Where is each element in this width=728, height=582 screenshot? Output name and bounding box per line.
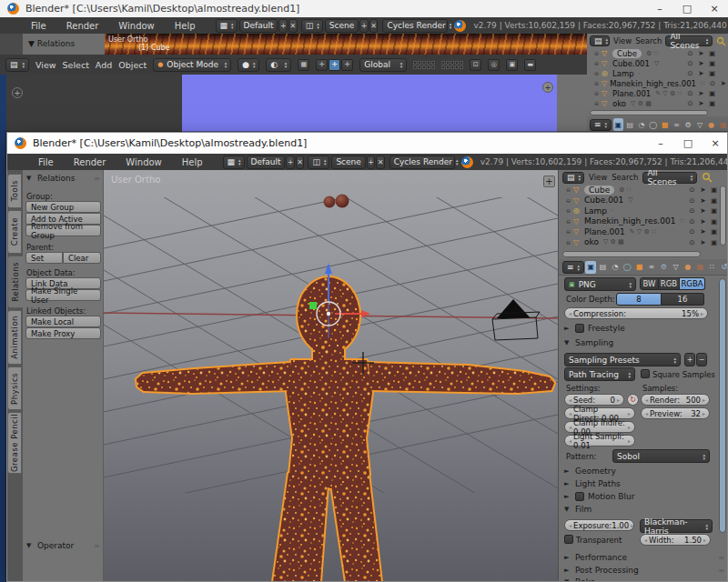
expand-region-button[interactable]: +	[543, 176, 555, 187]
tab-render-layers[interactable]: ▤	[597, 261, 608, 274]
tab-physics[interactable]: ↺	[719, 261, 728, 274]
properties-context-select[interactable]: ≡	[562, 261, 584, 274]
search-icon[interactable]	[716, 36, 726, 46]
object-menu[interactable]: Object	[118, 60, 147, 70]
depth-16-toggle[interactable]: 16	[662, 293, 704, 306]
outliner-row[interactable]: ⊖▽oko▽ ⚙ ▩⊙➤▣	[587, 98, 728, 108]
menu-render[interactable]: Render	[66, 21, 99, 31]
tab-texture[interactable]: ▦	[718, 118, 728, 131]
film-panel-header[interactable]: ▼Film≡	[564, 505, 724, 514]
scene-icon[interactable]: ◫	[308, 156, 329, 169]
add-layout-button[interactable]: +	[286, 156, 294, 169]
editor-type-select[interactable]: ▤	[562, 172, 584, 184]
menu-help[interactable]: Help	[182, 157, 203, 167]
light-paths-panel-header[interactable]: ►Light Paths≡	[564, 479, 724, 488]
panel-drag-icon[interactable]: ≡	[718, 567, 724, 575]
maximize-button[interactable]: □	[673, 0, 701, 17]
tab-tools[interactable]: Tools	[7, 174, 22, 208]
tab-modifiers[interactable]: ⚙	[683, 118, 693, 131]
remove-from-group-button[interactable]: Remove from Group	[25, 225, 101, 236]
mode-select[interactable]: ●Object Mode	[153, 58, 231, 72]
back-titlebar[interactable]: Blender* [C:\Users\Kamil\Desktop\almostr…	[0, 0, 728, 17]
menu-help[interactable]: Help	[175, 21, 196, 31]
tab-scene[interactable]: ◔	[610, 261, 621, 274]
outliner-row[interactable]: ⊖▽Cube.001▽⊙➤▣	[587, 58, 728, 68]
minimize-button[interactable]: –	[646, 0, 673, 17]
geometry-panel-header[interactable]: ►Geometry≡	[564, 467, 724, 476]
back-viewport-top[interactable]: User Ortho (1) Cube	[105, 34, 587, 55]
add-scene-button[interactable]: +	[367, 156, 375, 169]
remove-scene-button[interactable]: ✕	[369, 19, 379, 33]
close-button[interactable]: ×	[702, 133, 728, 154]
outliner-row[interactable]: ⊖▽Manekin_high_res.001∷⊙➤▣	[587, 78, 728, 88]
outliner-row[interactable]: ⊖▽Cube⚙ ∷⊙➤▣	[559, 185, 728, 196]
outliner-search-menu[interactable]: Search	[612, 173, 638, 182]
remove-layout-button[interactable]: ✕	[296, 156, 304, 169]
tab-scene[interactable]: ◔	[637, 118, 647, 131]
relations-panel-header[interactable]: ▼ Relations	[28, 39, 75, 48]
outliner-row[interactable]: ⊖▽oko▽ ⚙ ▩⊙➤▣	[559, 237, 728, 248]
outliner-row[interactable]: ⊖▽Cube.001▽⊙➤▣	[559, 196, 728, 206]
back-viewport-blue[interactable]: +	[182, 75, 557, 132]
make-single-user-button[interactable]: Make Single User	[25, 289, 101, 301]
motion-blur-panel-header[interactable]: ►Motion Blur≡	[564, 492, 724, 501]
color-depth-toggle[interactable]: 8 16	[616, 293, 704, 306]
light-sampling-field[interactable]: Light Sampli: 0.01	[564, 435, 635, 447]
close-button[interactable]: ×	[701, 0, 728, 17]
manipulator-translate-icon[interactable]: ✛	[316, 59, 328, 71]
outliner-view-menu[interactable]: View	[613, 36, 632, 45]
file-format-select[interactable]: ▣PNG	[564, 277, 636, 291]
tab-physics[interactable]: Physics	[7, 366, 22, 410]
make-local-button[interactable]: Make Local	[25, 316, 101, 327]
remove-scene-button[interactable]: ✕	[376, 156, 384, 169]
menu-window[interactable]: Window	[126, 157, 161, 167]
outliner-hscrollbar[interactable]	[562, 251, 701, 257]
tab-data[interactable]: ▽	[670, 261, 681, 274]
outliner-row[interactable]: ⊖▽Cube⚙ ∷⊙➤▣	[587, 48, 728, 58]
expand-panel-button[interactable]: +	[12, 87, 23, 98]
tab-constraints[interactable]: ∞	[672, 118, 682, 131]
motion-blur-checkbox[interactable]	[575, 492, 584, 501]
color-mode-toggle[interactable]: BW RGB RGBA	[640, 277, 705, 290]
view-menu[interactable]: View	[35, 60, 56, 70]
transparent-checkbox[interactable]	[564, 535, 573, 544]
tab-material[interactable]: ●	[682, 261, 693, 274]
tab-render[interactable]: ▣	[585, 261, 596, 274]
outliner-vscrollbar[interactable]	[720, 186, 726, 246]
manipulator-scale-icon[interactable]: ✛	[341, 59, 353, 71]
editor-type-select[interactable]: ▤	[590, 35, 610, 46]
maximize-button[interactable]: □	[674, 133, 702, 154]
sampling-presets-select[interactable]: Sampling Presets	[564, 353, 681, 366]
viewport-3d[interactable]: User Ortho +	[104, 170, 558, 582]
compression-slider[interactable]: Compression:15%	[564, 307, 708, 319]
properties-context-select[interactable]: ≡	[590, 119, 612, 131]
menu-render[interactable]: Render	[74, 157, 106, 167]
outliner-hscrollbar[interactable]	[590, 110, 708, 115]
sampling-panel-header[interactable]: ▼Sampling≡	[564, 338, 724, 347]
relations-panel-header[interactable]: ▼Relations≡	[26, 174, 100, 183]
tab-modifiers[interactable]: ⚙	[658, 261, 669, 274]
add-menu[interactable]: Add	[96, 60, 112, 70]
add-layout-button[interactable]: +	[278, 19, 288, 33]
tab-texture[interactable]: ▦	[694, 261, 705, 274]
expand-region-button[interactable]: +	[542, 82, 553, 93]
new-group-button[interactable]: New Group	[25, 201, 101, 213]
exposure-field[interactable]: Exposure:1.00	[564, 519, 634, 531]
outliner-row[interactable]: ⊖▽Plane.001✎ ▽ ⚙ ∷⊙➤▣	[587, 88, 728, 98]
outliner-row[interactable]: ⊖◎Lamp·⊙➤▣	[587, 68, 728, 78]
outliner-row[interactable]: ⊖▽Plane.001✎ ▽ ⚙ ∷⊙➤▣	[559, 226, 728, 237]
bake-panel-header[interactable]: ▼Bake≡	[564, 577, 724, 582]
viewport-shading-select[interactable]: ●	[238, 58, 259, 72]
orientation-select[interactable]: Global	[359, 58, 407, 72]
filter-width-field[interactable]: Width:1.50	[640, 534, 711, 546]
manipulator-rotate-icon[interactable]: ✛	[329, 59, 340, 71]
outliner-row[interactable]: ⊖◎Lamp·⊙➤▣	[559, 206, 728, 216]
preview-samples-field[interactable]: Preview:32	[641, 407, 710, 419]
tab-render[interactable]: ▣	[613, 118, 623, 131]
tab-animation[interactable]: Animation	[7, 310, 22, 365]
remove-preset-button[interactable]: −	[696, 353, 707, 366]
freestyle-checkbox[interactable]	[575, 324, 584, 333]
pixel-filter-select[interactable]: Blackman-Harris	[640, 519, 713, 533]
depth-8-toggle[interactable]: 8	[616, 293, 662, 306]
render-preview-icon[interactable]: ▣	[506, 59, 518, 71]
